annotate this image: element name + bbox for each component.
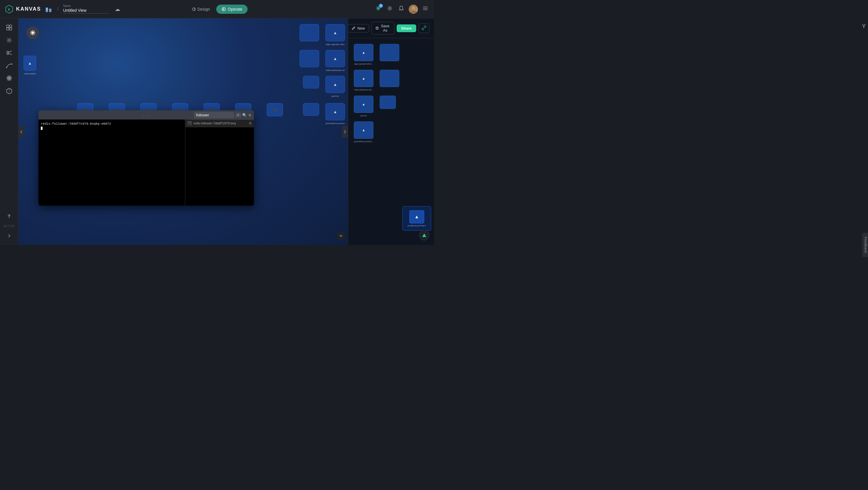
svg-point-27: [6, 67, 7, 68]
navigate-down-icon: [339, 234, 343, 238]
svg-point-14: [412, 6, 415, 10]
node-label-redis-leader: redis-leader: [24, 72, 36, 75]
view-name-input[interactable]: [63, 7, 109, 13]
node-row-7[interactable]: ⬛: [267, 103, 283, 116]
postgresql-inner-node: ▲: [409, 210, 424, 223]
right-node-dapr[interactable]: ▲ dapr-operator-d0c3...: [354, 44, 373, 61]
edit-icon: [351, 26, 355, 30]
hamburger-menu-btn[interactable]: [421, 4, 429, 14]
sidebar-icons: ? v0.7.170: [0, 19, 19, 245]
mini-node-label-redis: redis-admission-we...: [354, 89, 373, 91]
terminal-copy-btn[interactable]: ⧉: [249, 121, 252, 125]
terminal-left-pane[interactable]: redis-follower-7dddf7c979-bvqkp-e0d72: [38, 120, 185, 206]
svg-text:K: K: [8, 8, 10, 11]
terminal-dots: ...: [143, 113, 150, 117]
terminal-right-pane: redis-follower-7dddf7c979-bvq ⧉: [185, 120, 254, 206]
terminal-search-btn[interactable]: 🔍: [242, 113, 247, 118]
share-btn[interactable]: Share: [397, 24, 416, 32]
svg-rect-4: [46, 8, 47, 9]
sidebar-cube-btn[interactable]: [3, 85, 15, 96]
canvas-node-prometheus[interactable]: ▲ prometheus-promer...: [326, 103, 345, 120]
canvas-node-pod-nd[interactable]: ▲ pod-nd: [326, 76, 345, 93]
collapse-right-icon: [343, 130, 346, 134]
svg-point-29: [8, 78, 10, 79]
right-navigate-btn[interactable]: [419, 230, 429, 240]
svg-point-23: [7, 51, 9, 53]
svg-marker-48: [422, 234, 426, 237]
settings-gear-icon: [387, 5, 393, 11]
main-layout: ? v0.7.170: [0, 19, 434, 245]
version-label: v0.7.170: [3, 224, 14, 228]
sidebar-grid-btn[interactable]: [3, 22, 15, 33]
right-node-3[interactable]: [380, 70, 399, 87]
sidebar-atom-btn[interactable]: [3, 72, 15, 84]
design-tab-icon: [192, 7, 195, 11]
canvas-node-3[interactable]: [300, 50, 319, 67]
sidebar-scissors-btn[interactable]: [3, 47, 15, 59]
right-node-prometheus[interactable]: ▲ prometheus-promer...: [354, 122, 373, 139]
sidebar-curve-btn[interactable]: [3, 60, 15, 71]
right-node-2[interactable]: [380, 44, 399, 61]
settings-btn[interactable]: [386, 4, 394, 14]
right-node-pod-nd[interactable]: ▲ pod-nd: [354, 96, 373, 113]
new-btn[interactable]: New: [347, 24, 369, 32]
sidebar-bottom: ? v0.7.170: [3, 211, 15, 242]
canvas-node-4[interactable]: [303, 76, 319, 89]
link-btn[interactable]: [418, 24, 429, 33]
right-node-postgresql[interactable]: ▲ postgresql-primary-0: [402, 206, 431, 231]
canvas-area[interactable]: ▲ redis-leader ⬛ ⬛ ⬛ ⬛ ⬛: [19, 19, 348, 245]
user-avatar[interactable]: [409, 5, 418, 14]
sidebar-expand-btn[interactable]: [3, 230, 15, 242]
save-as-btn[interactable]: Save As: [371, 22, 394, 34]
svg-point-13: [389, 7, 391, 9]
notifications-btn[interactable]: [397, 4, 405, 14]
terminal-right-tab-label: redis-follower-7dddf7c979-bvq: [193, 122, 236, 125]
help-icon: ?: [8, 214, 11, 219]
snowflake-icon: [30, 30, 36, 36]
canvas-node-redis-adm[interactable]: ▲ redis-admission-we...: [326, 50, 345, 67]
canvas-node-5[interactable]: [303, 103, 319, 116]
header: K KANVAS / Name ☁ Design: [0, 0, 434, 19]
tab-design[interactable]: Design: [186, 5, 215, 14]
terminal-prompt: redis-follower-7dddf7c979-bvqkp-e0d72: [41, 122, 183, 131]
svg-rect-3: [49, 9, 52, 12]
node-label-pod-nd: pod-nd: [326, 95, 345, 97]
collapse-right-btn[interactable]: [342, 126, 348, 137]
terminal-right-content[interactable]: [185, 127, 254, 206]
svg-point-28: [11, 63, 12, 65]
cloud-icon: ☁: [115, 6, 120, 12]
right-node-label-postgresql: postgresql-primary-0: [408, 224, 426, 226]
node-icon: ▲: [333, 82, 337, 87]
canvas-node-dapr[interactable]: ▲ dapr-operator-d0c3...: [326, 24, 345, 41]
right-node-redis-adm[interactable]: ▲ redis-admission-we...: [354, 70, 373, 87]
terminal-close-btn[interactable]: ✕: [248, 113, 252, 118]
right-node-4[interactable]: [380, 96, 396, 109]
terminal-right-tab[interactable]: redis-follower-7dddf7c979-bvq ⧉: [185, 120, 254, 127]
sidebar-cog-btn[interactable]: [3, 34, 15, 46]
kanvas-logo[interactable]: K KANVAS: [5, 5, 41, 14]
node-label-prometheus: prometheus-promer...: [326, 122, 345, 125]
navigate-icon: [422, 233, 427, 238]
sidebar-help-btn[interactable]: ?: [3, 211, 15, 222]
terminal-popup: ... ▼ 🔍 ✕ redis-follower-7dddf7c979-bvqk…: [38, 110, 254, 206]
collapse-left-btn[interactable]: [19, 126, 24, 137]
node-label-redis-adm: redis-admission-we...: [326, 69, 345, 71]
node-icon: ▲: [28, 61, 32, 65]
terminal-search-dropdown-btn[interactable]: ▼: [235, 113, 241, 118]
apps-icon-btn[interactable]: 3: [374, 4, 382, 14]
navigate-down-btn[interactable]: [336, 231, 345, 240]
svg-line-25: [8, 51, 12, 53]
terminal-cursor: [41, 127, 42, 130]
tab-operate[interactable]: Operate: [216, 5, 248, 14]
svg-rect-19: [9, 25, 12, 27]
svg-point-43: [339, 234, 343, 238]
node-icon: ⬛: [273, 108, 277, 112]
svg-rect-6: [46, 9, 47, 10]
node-icon: ▲: [333, 56, 337, 61]
canvas-settings-btn[interactable]: [26, 26, 39, 39]
link-icon: [422, 26, 426, 30]
mini-node-icon: ▲: [362, 102, 365, 106]
canvas-node-2[interactable]: [300, 24, 319, 41]
node-redis-leader[interactable]: ▲ redis-leader: [24, 56, 36, 71]
terminal-search-input[interactable]: [194, 112, 234, 118]
